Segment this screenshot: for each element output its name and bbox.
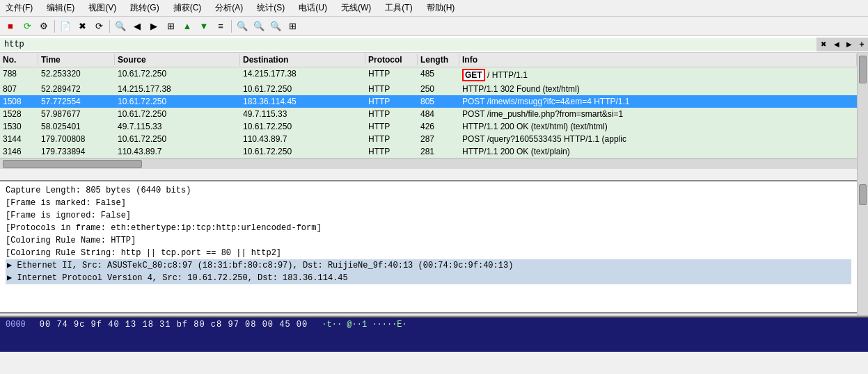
packet-no: 3146 bbox=[0, 146, 38, 157]
packet-no: 1528 bbox=[0, 108, 38, 120]
back-button[interactable]: ◀ bbox=[129, 19, 145, 34]
menu-goto[interactable]: 跳转(G) bbox=[127, 1, 161, 15]
packet-proto: HTTP bbox=[365, 83, 418, 95]
menu-statistics[interactable]: 统计(S) bbox=[254, 1, 287, 15]
detail-expandable-row[interactable]: ▶ Internet Protocol Version 4, Src: 10.6… bbox=[6, 272, 851, 284]
packet-info: POST /imewis/msugg?ifc=4&em=4 HTTP/1.1 bbox=[459, 96, 857, 107]
packet-row[interactable]: 1508 57.772554 10.61.72.250 183.36.114.4… bbox=[0, 95, 857, 108]
menu-capture[interactable]: 捕获(C) bbox=[171, 1, 205, 15]
packet-info: HTTP/1.1 200 OK (text/html) (text/html) bbox=[459, 121, 857, 132]
detail-expandable[interactable]: ▶ Internet Protocol Version 4, Src: 10.6… bbox=[6, 272, 851, 284]
resize-button[interactable]: ⊞ bbox=[285, 19, 300, 34]
header-time: Time bbox=[38, 54, 115, 65]
packet-list-vscroll[interactable] bbox=[857, 53, 868, 181]
menu-wireless[interactable]: 无线(W) bbox=[338, 1, 374, 15]
packet-row[interactable]: 3144 179.700808 10.61.72.250 110.43.89.7… bbox=[0, 133, 857, 145]
separator-3 bbox=[231, 20, 232, 33]
menu-file[interactable]: 文件(F) bbox=[3, 1, 35, 15]
separator-1 bbox=[54, 20, 55, 33]
packet-dst: 10.61.72.250 bbox=[240, 83, 365, 95]
menu-analyze[interactable]: 分析(A) bbox=[212, 1, 246, 15]
save-button[interactable]: ✖ bbox=[74, 19, 90, 34]
packet-src: 14.215.177.38 bbox=[115, 83, 240, 95]
packet-list-header: No. Time Source Destination Protocol Len… bbox=[0, 53, 857, 67]
filter-prev-button[interactable]: ◀ bbox=[830, 38, 843, 51]
packet-detail-vscroll[interactable] bbox=[857, 181, 868, 316]
detail-plain-row: [Coloring Rule String: http || tcp.port … bbox=[6, 247, 851, 259]
packet-info: POST /ime_push/file.php?from=smart&si=1 bbox=[459, 108, 857, 120]
hscroll-thumb[interactable] bbox=[3, 160, 142, 168]
open-button[interactable]: 📄 bbox=[58, 19, 73, 34]
packet-no: 807 bbox=[0, 83, 38, 95]
detail-plain-row: [Frame is ignored: False] bbox=[6, 209, 851, 222]
header-protocol: Protocol bbox=[365, 54, 418, 65]
packet-list-hscroll[interactable] bbox=[0, 158, 857, 169]
goto-button[interactable]: ⊞ bbox=[163, 19, 178, 34]
packet-time: 57.772554 bbox=[38, 96, 115, 107]
packet-time: 57.987677 bbox=[38, 108, 115, 120]
packet-src: 10.61.72.250 bbox=[115, 96, 240, 107]
packet-src: 10.61.72.250 bbox=[115, 133, 240, 145]
packet-info: POST /query?1605533435 HTTP/1.1 (applic bbox=[459, 133, 857, 145]
filter-bar: ✖ ◀ ▶ + bbox=[0, 36, 868, 53]
scroll-down-button[interactable]: ▼ bbox=[196, 19, 212, 34]
packet-info: HTTP/1.1 302 Found (text/html) bbox=[459, 83, 857, 95]
packet-no: 3144 bbox=[0, 133, 38, 145]
colorize-button[interactable]: ≡ bbox=[213, 19, 228, 34]
packet-dst: 10.61.72.250 bbox=[240, 121, 365, 132]
detail-plain-row: [Frame is marked: False] bbox=[6, 197, 851, 209]
packet-proto: HTTP bbox=[365, 121, 418, 132]
packet-info: GET / HTTP/1.1 bbox=[459, 68, 857, 82]
hex-offset: 0000 bbox=[6, 320, 26, 330]
menu-edit[interactable]: 编辑(E) bbox=[44, 1, 77, 15]
packet-row[interactable]: 1530 58.025401 49.7.115.33 10.61.72.250 … bbox=[0, 120, 857, 133]
filter-add-button[interactable]: + bbox=[855, 38, 868, 51]
packet-list-vscroll-thumb[interactable] bbox=[859, 56, 867, 83]
packet-no: 1508 bbox=[0, 96, 38, 107]
packet-dst: 49.7.115.33 bbox=[240, 108, 365, 120]
scroll-up-button[interactable]: ▲ bbox=[180, 19, 195, 34]
find-button[interactable]: 🔍 bbox=[113, 19, 128, 34]
menu-phone[interactable]: 电话(U) bbox=[296, 1, 330, 15]
filter-next-button[interactable]: ▶ bbox=[843, 38, 855, 51]
packet-detail-vscroll-thumb[interactable] bbox=[859, 184, 867, 205]
packet-dst: 183.36.114.45 bbox=[240, 96, 365, 107]
menu-bar: 文件(F) 编辑(E) 视图(V) 跳转(G) 捕获(C) 分析(A) 统计(S… bbox=[0, 0, 868, 17]
hex-bytes: 00 74 9c 9f 40 13 18 31 bf 80 c8 97 08 0… bbox=[40, 320, 308, 330]
separator-2 bbox=[109, 20, 110, 33]
menu-tools[interactable]: 工具(T) bbox=[382, 1, 415, 15]
stop-capture-button[interactable]: ■ bbox=[3, 19, 18, 34]
packet-dst: 110.43.89.7 bbox=[240, 133, 365, 145]
packet-row[interactable]: 3146 179.733894 110.43.89.7 10.61.72.250… bbox=[0, 145, 857, 158]
header-destination: Destination bbox=[240, 54, 365, 65]
options-button[interactable]: ⚙ bbox=[36, 19, 52, 34]
detail-expandable-row[interactable]: ▶ Ethernet II, Src: ASUSTekC_80:c8:97 (1… bbox=[6, 259, 851, 272]
detail-plain-row: [Coloring Rule Name: HTTP] bbox=[6, 234, 851, 247]
packet-proto: HTTP bbox=[365, 146, 418, 157]
packet-rows: 788 52.253320 10.61.72.250 14.215.177.38… bbox=[0, 67, 857, 158]
packet-proto: HTTP bbox=[365, 133, 418, 145]
detail-plain-row: Capture Length: 805 bytes (6440 bits) bbox=[6, 184, 851, 197]
main-area: No. Time Source Destination Protocol Len… bbox=[0, 53, 868, 374]
packet-row[interactable]: 807 52.289472 14.215.177.38 10.61.72.250… bbox=[0, 83, 857, 95]
packet-src: 49.7.115.33 bbox=[115, 121, 240, 132]
menu-view[interactable]: 视图(V) bbox=[86, 1, 119, 15]
filter-clear-button[interactable]: ✖ bbox=[816, 38, 830, 51]
packet-src: 10.61.72.250 bbox=[115, 68, 240, 82]
packet-row[interactable]: 1528 57.987677 10.61.72.250 49.7.115.33 … bbox=[0, 108, 857, 120]
packet-row[interactable]: 788 52.253320 10.61.72.250 14.215.177.38… bbox=[0, 67, 857, 83]
packet-src: 110.43.89.7 bbox=[115, 146, 240, 157]
packet-time: 52.253320 bbox=[38, 68, 115, 82]
packet-len: 805 bbox=[418, 96, 459, 107]
packet-time: 179.700808 bbox=[38, 133, 115, 145]
close-button[interactable]: ⟳ bbox=[91, 19, 106, 34]
start-capture-button[interactable]: ⟳ bbox=[19, 19, 35, 34]
menu-help[interactable]: 帮助(H) bbox=[424, 1, 458, 15]
forward-button[interactable]: ▶ bbox=[146, 19, 161, 34]
zoom-out-button[interactable]: 🔍 bbox=[251, 19, 267, 34]
detail-expandable[interactable]: ▶ Ethernet II, Src: ASUSTekC_80:c8:97 (1… bbox=[6, 259, 851, 272]
zoom-in-button[interactable]: 🔍 bbox=[235, 19, 250, 34]
filter-input[interactable] bbox=[0, 38, 816, 51]
hex-dump-pane: 0000 00 74 9c 9f 40 13 18 31 bf 80 c8 97… bbox=[0, 317, 868, 352]
zoom-reset-button[interactable]: 🔍 bbox=[268, 19, 283, 34]
